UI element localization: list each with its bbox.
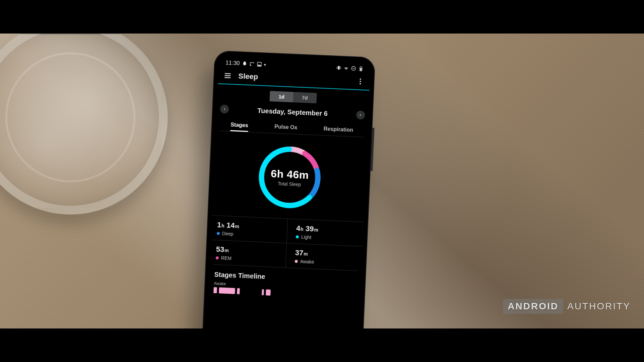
menu-button[interactable]: [223, 71, 232, 80]
cast-icon: [249, 61, 255, 67]
stage-light-value: 4h 39m: [296, 224, 358, 235]
chevron-right-icon: [359, 113, 363, 117]
kebab-dot-icon: [360, 78, 361, 80]
stage-rem-value: 53m: [216, 245, 281, 256]
dnd-icon: [351, 66, 357, 71]
battery-icon: [358, 66, 364, 72]
kebab-dot-icon: [360, 83, 361, 84]
svg-rect-2: [353, 68, 355, 69]
tab-stages[interactable]: Stages: [228, 119, 251, 132]
range-1d-button[interactable]: 1d: [270, 91, 293, 102]
screen-title: Sleep: [238, 72, 350, 85]
svg-rect-5: [360, 68, 362, 71]
stage-cell-awake[interactable]: 37m Awake: [286, 243, 363, 271]
snapchat-icon: [242, 61, 248, 67]
date-label: Tuesday, September 6: [257, 107, 328, 117]
watermark-suffix: AUTHORITY: [563, 299, 631, 314]
stage-cell-light[interactable]: 4h 39m Light: [287, 219, 364, 246]
status-time: 11:30: [225, 59, 240, 67]
svg-rect-4: [361, 66, 362, 67]
swatch-light: [296, 235, 299, 238]
phone-side-button: [371, 128, 375, 171]
wifi-icon: [343, 65, 349, 71]
swatch-awake: [295, 260, 298, 263]
stage-grid: 1h 14m Deep 4h 39m Light 53m REM 37m Awa…: [210, 215, 364, 271]
sleep-ring-chart: 6h 46m Total Sleep: [212, 131, 368, 222]
stage-cell-rem[interactable]: 53m REM: [210, 240, 287, 267]
stage-deep-label: Deep: [222, 231, 233, 236]
overflow-button[interactable]: [356, 76, 365, 86]
stage-light-label: Light: [301, 234, 312, 240]
phone-screen: 11:30 Sleep: [204, 55, 371, 328]
stage-awake-label: Awake: [300, 259, 314, 265]
total-sleep-label: Total Sleep: [278, 181, 301, 187]
letterbox-bottom: [0, 328, 644, 362]
phone-frame: 11:30 Sleep: [199, 50, 376, 328]
photo-scene: 11:30 Sleep: [0, 34, 644, 328]
letterbox-top: [0, 0, 644, 34]
tab-pulse-ox[interactable]: Pulse Ox: [272, 121, 300, 134]
stage-cell-deep[interactable]: 1h 14m Deep: [211, 215, 288, 243]
vibrate-icon: [336, 65, 342, 71]
stage-rem-label: REM: [221, 255, 232, 261]
watermark-brand: ANDROID: [503, 299, 564, 314]
stage-awake-value: 37m: [295, 248, 357, 260]
next-day-button[interactable]: [356, 111, 365, 120]
hamburger-icon: [223, 71, 232, 80]
drinking-glass: [0, 34, 168, 215]
chevron-left-icon: [222, 107, 227, 111]
range-7d-button[interactable]: 7d: [293, 92, 317, 103]
kebab-dot-icon: [360, 81, 361, 82]
watermark: ANDROID AUTHORITY: [503, 299, 631, 314]
status-more-dot: [264, 64, 266, 65]
stage-deep-value: 1h 14m: [217, 221, 282, 232]
swatch-rem: [216, 256, 219, 259]
swatch-deep: [217, 232, 220, 235]
total-sleep-value: 6h 46m: [271, 167, 309, 181]
prev-day-button[interactable]: [220, 105, 229, 114]
tab-respiration[interactable]: Respiration: [321, 123, 355, 136]
gallery-icon: [257, 61, 262, 67]
